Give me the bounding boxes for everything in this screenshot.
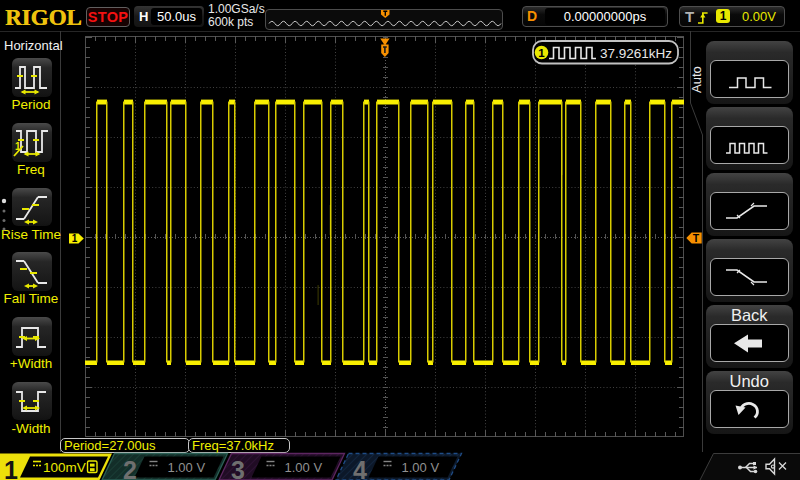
svg-text:1.00 V: 1.00 V: [168, 460, 206, 475]
svg-text:1.00 V: 1.00 V: [402, 460, 440, 475]
svg-text:1.00 V: 1.00 V: [285, 460, 323, 475]
svg-text:100mV: 100mV: [43, 460, 86, 475]
